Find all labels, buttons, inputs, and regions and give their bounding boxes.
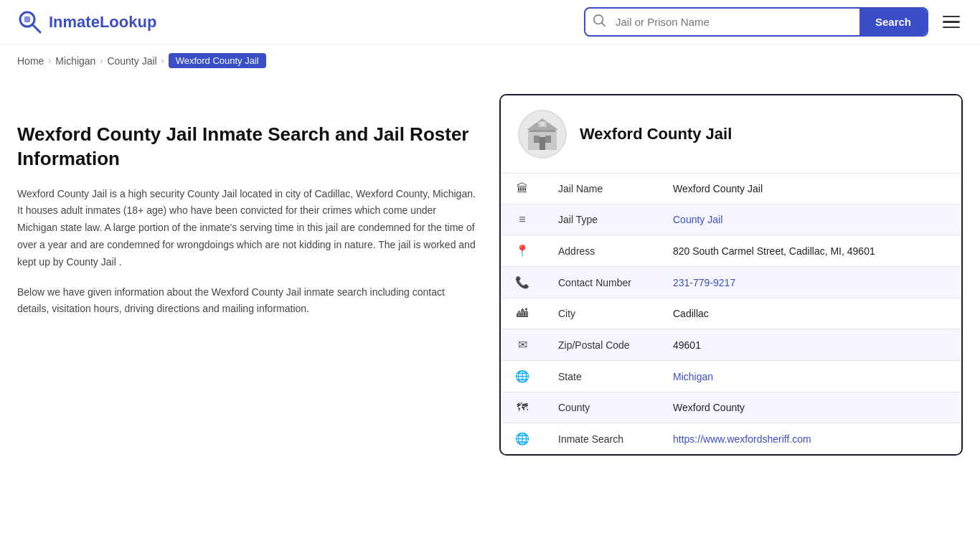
row-label: Jail Type: [544, 204, 659, 235]
facility-building-icon: [524, 116, 561, 153]
main-content: Wexford County Jail Inmate Search and Ja…: [0, 77, 980, 473]
logo-icon: [17, 9, 43, 35]
row-icon: 🌐: [501, 423, 544, 455]
facility-name: Wexford County Jail: [580, 125, 732, 143]
row-value: Wexford County Jail: [659, 174, 961, 204]
table-row: 🗺CountyWexford County: [501, 392, 961, 423]
row-icon: 🏛: [501, 174, 544, 204]
table-row: 🏙CityCadillac: [501, 298, 961, 329]
row-value[interactable]: 231-779-9217: [659, 267, 961, 298]
row-value: Cadillac: [659, 298, 961, 329]
card-header: Wexford County Jail: [501, 95, 961, 173]
row-value: 49601: [659, 329, 961, 361]
table-row: 📍Address820 South Carmel Street, Cadilla…: [501, 235, 961, 267]
header-right: Search: [584, 7, 963, 37]
row-icon: 📍: [501, 235, 544, 267]
row-value: 820 South Carmel Street, Cadillac, MI, 4…: [659, 235, 961, 267]
row-link[interactable]: Michigan: [673, 371, 713, 382]
row-label: City: [544, 298, 659, 329]
info-card: Wexford County Jail 🏛Jail NameWexford Co…: [499, 94, 963, 456]
table-row: 📞Contact Number231-779-9217: [501, 267, 961, 298]
search-bar: Search: [584, 7, 928, 37]
breadcrumb-sep-3: ›: [161, 56, 164, 66]
facility-avatar: [518, 110, 567, 159]
row-label: Zip/Postal Code: [544, 329, 659, 361]
row-label: County: [544, 392, 659, 423]
row-link[interactable]: 231-779-9217: [673, 277, 735, 288]
breadcrumb-sep-2: ›: [100, 56, 103, 66]
svg-rect-7: [534, 136, 540, 143]
row-label: State: [544, 361, 659, 392]
logo-text-plain: Inmate: [49, 13, 100, 31]
menu-bar-3: [943, 27, 960, 29]
logo-text-accent: Lookup: [100, 13, 156, 31]
table-row: 🌐StateMichigan: [501, 361, 961, 392]
row-icon: 🗺: [501, 392, 544, 423]
breadcrumb-active: Wexford County Jail: [169, 53, 266, 68]
row-icon: 🏙: [501, 298, 544, 329]
row-link[interactable]: https://www.wexfordsheriff.com: [673, 433, 811, 445]
table-row: 🏛Jail NameWexford County Jail: [501, 174, 961, 204]
breadcrumb-state[interactable]: Michigan: [55, 55, 95, 67]
breadcrumb-type[interactable]: County Jail: [107, 55, 156, 67]
row-label: Jail Name: [544, 174, 659, 204]
table-row: ✉Zip/Postal Code49601: [501, 329, 961, 361]
svg-line-5: [602, 23, 605, 26]
logo-link[interactable]: InmateLookup: [17, 9, 156, 35]
row-value[interactable]: County Jail: [659, 204, 961, 235]
row-value: Wexford County: [659, 392, 961, 423]
left-column: Wexford County Jail Inmate Search and Ja…: [17, 94, 476, 456]
row-value[interactable]: https://www.wexfordsheriff.com: [659, 423, 961, 455]
page-title: Wexford County Jail Inmate Search and Ja…: [17, 123, 476, 171]
header: InmateLookup Search: [0, 0, 980, 44]
row-label: Inmate Search: [544, 423, 659, 455]
breadcrumb-sep-1: ›: [48, 56, 51, 66]
row-icon: 🌐: [501, 361, 544, 392]
search-bar-icon: [585, 14, 613, 30]
page-desc-2: Below we have given information about th…: [17, 284, 476, 319]
row-label: Address: [544, 235, 659, 267]
table-row: ≡Jail TypeCounty Jail: [501, 204, 961, 235]
info-table: 🏛Jail NameWexford County Jail≡Jail TypeC…: [501, 173, 961, 454]
breadcrumb-home[interactable]: Home: [17, 55, 44, 67]
logo-text: InmateLookup: [49, 13, 156, 32]
svg-rect-3: [24, 17, 30, 22]
row-link[interactable]: County Jail: [673, 214, 722, 225]
svg-rect-13: [529, 130, 555, 132]
row-label: Contact Number: [544, 267, 659, 298]
svg-rect-9: [540, 137, 545, 150]
svg-point-12: [540, 122, 545, 126]
menu-bar-2: [943, 21, 960, 23]
row-value[interactable]: Michigan: [659, 361, 961, 392]
row-icon: ✉: [501, 329, 544, 361]
search-input[interactable]: [613, 9, 859, 35]
menu-bar-1: [943, 16, 960, 18]
table-row: 🌐Inmate Searchhttps://www.wexfordsheriff…: [501, 423, 961, 455]
row-icon: 📞: [501, 267, 544, 298]
row-icon: ≡: [501, 204, 544, 235]
svg-line-1: [32, 24, 40, 32]
search-button[interactable]: Search: [859, 9, 927, 35]
breadcrumb: Home › Michigan › County Jail › Wexford …: [0, 44, 980, 77]
page-desc-1: Wexford County Jail is a high security C…: [17, 186, 476, 271]
svg-rect-8: [545, 136, 551, 143]
menu-button[interactable]: [940, 13, 963, 32]
